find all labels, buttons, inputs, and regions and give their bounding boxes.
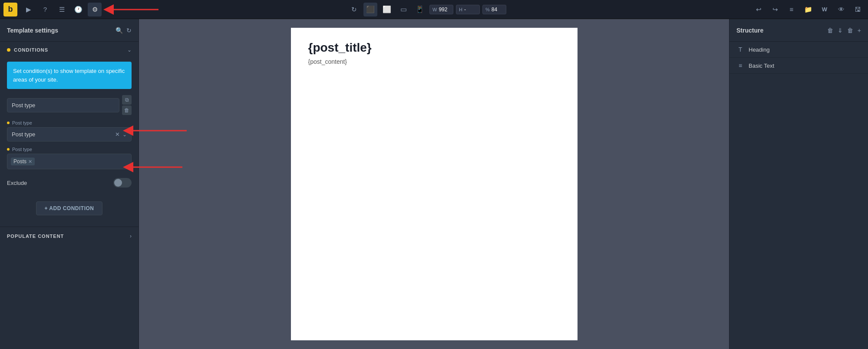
- right-panel-add-icon[interactable]: +: [858, 27, 861, 34]
- help-icon[interactable]: ?: [38, 3, 52, 16]
- conditions-info-box: Set condition(s) to show template on spe…: [7, 62, 132, 89]
- condition-select-2-chevron-icon: ⌄: [122, 132, 127, 138]
- main-layout: Template settings 🔍 ↻ CONDITIONS ⌄ Set c…: [0, 19, 868, 349]
- condition-row-2-dot: [7, 122, 10, 124]
- width-input[interactable]: W 992: [429, 5, 453, 14]
- logo-icon[interactable]: b: [3, 3, 17, 16]
- right-panel: Structure 🗑 ⇓ 🗑 + T Heading ≡ Basic Text: [729, 19, 868, 349]
- add-condition-button[interactable]: + ADD CONDITION: [36, 201, 102, 215]
- structure-item-basic-text[interactable]: ≡ Basic Text: [729, 58, 868, 74]
- panel-header: Template settings 🔍 ↻: [0, 19, 139, 42]
- panel-search-icon[interactable]: 🔍: [116, 27, 123, 34]
- basic-text-item-label: Basic Text: [749, 63, 774, 69]
- height-input[interactable]: H -: [456, 5, 480, 14]
- exclude-toggle-row: Exclude: [0, 174, 139, 192]
- condition-row-3-label-text: Post type: [12, 147, 32, 152]
- condition-select-2-clear-icon[interactable]: ✕: [115, 131, 120, 138]
- canvas-area: {post_title} {post_content}: [139, 19, 729, 349]
- desktop-view-btn[interactable]: ⬛: [363, 3, 377, 16]
- right-panel-delete-icon[interactable]: 🗑: [847, 27, 853, 34]
- settings-icon[interactable]: ⚙: [88, 3, 102, 16]
- panel-title: Template settings: [7, 27, 58, 34]
- zoom-label: %: [485, 7, 490, 12]
- conditions-section-header[interactable]: CONDITIONS ⌄: [0, 42, 139, 58]
- play-icon[interactable]: ▶: [22, 3, 36, 16]
- condition-delete-btn[interactable]: 🗑: [122, 105, 132, 115]
- conditions-info-text: Set condition(s) to show template on spe…: [13, 68, 125, 83]
- conditions-title: CONDITIONS: [14, 47, 48, 53]
- conditions-chevron-icon: ⌄: [127, 47, 132, 53]
- conditions-header-left: CONDITIONS: [7, 47, 48, 53]
- condition-select-1-label: Post type: [12, 102, 35, 109]
- zoom-input[interactable]: % 84: [482, 5, 506, 14]
- condition-row-1-btns: ⧉ 🗑: [122, 95, 132, 115]
- heading-type-icon: T: [736, 46, 744, 53]
- basic-text-type-icon: ≡: [736, 62, 744, 69]
- wordpress-icon[interactable]: W: [818, 3, 832, 16]
- condition-select-2[interactable]: Post type ✕ ⌄: [7, 127, 132, 142]
- mobile-view-btn[interactable]: 📱: [413, 3, 427, 16]
- undo-icon[interactable]: ↩: [752, 3, 766, 16]
- left-panel: Template settings 🔍 ↻ CONDITIONS ⌄ Set c…: [0, 19, 139, 349]
- populate-title: POPULATE CONTENT: [7, 234, 64, 239]
- canvas-post-content: {post_content}: [308, 58, 560, 65]
- condition-select-1[interactable]: Post type: [7, 98, 119, 112]
- toolbar-left: b ▶ ? ☰ 🕐 ⚙: [3, 3, 102, 16]
- right-panel-download-icon[interactable]: ⇓: [838, 27, 843, 34]
- zoom-value: 84: [492, 7, 497, 13]
- exclude-toggle[interactable]: [113, 178, 132, 188]
- posts-tag: Posts ✕: [11, 158, 35, 165]
- populate-chevron-icon: ›: [130, 233, 132, 239]
- condition-row-2-label: Post type: [7, 120, 132, 125]
- add-condition-label: + ADD CONDITION: [44, 205, 94, 211]
- toolbar-center: ↻ ⬛ ⬜ ▭ 📱 W 992 H - % 84: [102, 3, 752, 16]
- save-icon[interactable]: 🖫: [851, 3, 865, 16]
- condition-row-2-label-text: Post type: [12, 120, 32, 125]
- condition-row-2: Post type Post type ✕ ⌄: [7, 120, 132, 142]
- history-icon[interactable]: 🕐: [71, 3, 85, 16]
- condition-row-1: Post type ⧉ 🗑: [7, 95, 132, 115]
- populate-section: POPULATE CONTENT ›: [0, 227, 139, 245]
- folder-icon[interactable]: 📁: [801, 3, 815, 16]
- condition-row-3-label: Post type: [7, 147, 132, 152]
- condition-row-3-dot: [7, 148, 10, 151]
- list-icon[interactable]: ≡: [785, 3, 799, 16]
- condition-select-2-actions: ✕ ⌄: [115, 131, 127, 138]
- height-value: -: [464, 7, 466, 13]
- canvas-page: {post_title} {post_content}: [291, 28, 578, 340]
- refresh-icon[interactable]: ↻: [347, 3, 361, 16]
- right-panel-trash-icon[interactable]: 🗑: [827, 27, 833, 34]
- panel-header-icons: 🔍 ↻: [116, 27, 132, 34]
- canvas-post-title: {post_title}: [308, 41, 560, 55]
- main-toolbar: b ▶ ? ☰ 🕐 ⚙ ↻ ⬛ ⬜ ▭ 📱 W 992 H - % 84 ↩ ↪…: [0, 0, 868, 19]
- populate-header[interactable]: POPULATE CONTENT ›: [0, 227, 139, 245]
- condition-copy-btn[interactable]: ⧉: [122, 95, 132, 105]
- tablet-portrait-view-btn[interactable]: ▭: [396, 3, 410, 16]
- heading-item-label: Heading: [749, 46, 769, 53]
- condition-row-3: Post type Posts ✕: [7, 147, 132, 169]
- exclude-label: Exclude: [7, 180, 27, 186]
- tablet-landscape-view-btn[interactable]: ⬜: [380, 3, 394, 16]
- condition-row-1-inner: Post type ⧉ 🗑: [7, 95, 132, 115]
- posts-tag-label: Posts: [13, 158, 26, 165]
- right-header-icons: 🗑 ⇓ 🗑 +: [827, 27, 861, 34]
- right-panel-header: Structure 🗑 ⇓ 🗑 +: [729, 19, 868, 42]
- condition-select-2-value: Post type: [12, 131, 35, 138]
- preview-icon[interactable]: 👁: [834, 3, 848, 16]
- width-label: W: [432, 7, 437, 12]
- exclude-toggle-knob: [114, 179, 122, 187]
- height-label: H: [459, 7, 462, 12]
- menu-icon[interactable]: ☰: [55, 3, 69, 16]
- redo-icon[interactable]: ↪: [768, 3, 782, 16]
- conditions-dot: [7, 48, 10, 52]
- condition-tags-input[interactable]: Posts ✕: [7, 154, 132, 169]
- structure-item-heading[interactable]: T Heading: [729, 42, 868, 58]
- posts-tag-remove-icon[interactable]: ✕: [28, 159, 32, 165]
- toolbar-right: ↩ ↪ ≡ 📁 W 👁 🖫: [752, 3, 865, 16]
- width-value: 992: [439, 7, 447, 13]
- panel-reset-icon[interactable]: ↻: [126, 27, 132, 34]
- right-panel-title: Structure: [736, 27, 763, 34]
